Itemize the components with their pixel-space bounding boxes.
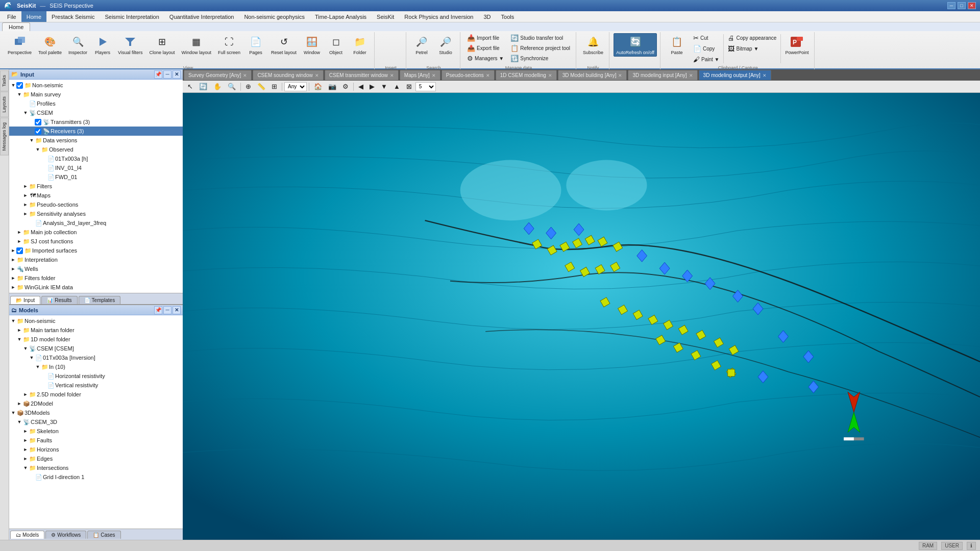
doc-tab-4[interactable]: Pseudo-sections✕ bbox=[442, 70, 495, 80]
tree-arrow[interactable]: ▼ bbox=[10, 409, 16, 417]
doc-tab-2[interactable]: CSEM transmitter window✕ bbox=[325, 70, 399, 80]
doc-tab-close-7[interactable]: ✕ bbox=[689, 73, 693, 78]
tree-item[interactable]: 📡Transmitters (3) bbox=[9, 117, 183, 127]
tree-item[interactable]: ►📁SJ cost functions bbox=[9, 237, 183, 246]
visual-filters-button[interactable]: Visual filters bbox=[115, 33, 145, 57]
tree-arrow[interactable]: ► bbox=[22, 455, 29, 463]
tree-arrow[interactable]: ► bbox=[22, 191, 29, 199]
tree-item[interactable]: ►📁2.5D model folder bbox=[9, 390, 183, 399]
tree-item[interactable]: ►📁Sensitivity analyses bbox=[9, 209, 183, 218]
inspector-button[interactable]: 🔍 Inspector bbox=[66, 33, 90, 57]
players-button[interactable]: Players bbox=[91, 33, 114, 57]
zoom-tool[interactable]: 🔍 bbox=[225, 82, 238, 92]
tree-arrow[interactable]: ▼ bbox=[16, 418, 22, 426]
view-btn-5[interactable]: ⊠ bbox=[404, 82, 414, 92]
doc-tab-1[interactable]: CSEM sounding window✕ bbox=[253, 70, 323, 80]
tree-checkbox[interactable] bbox=[16, 82, 23, 89]
input-tab-templates[interactable]: 📄Templates bbox=[79, 296, 121, 304]
tree-arrow[interactable]: ▼ bbox=[16, 90, 22, 98]
tree-item[interactable]: ►📁Pseudo-sections bbox=[9, 200, 183, 209]
snap-tool[interactable]: ⊞ bbox=[269, 82, 280, 92]
synchronize-button[interactable]: 🔃 Synchronize bbox=[508, 54, 573, 63]
tree-arrow[interactable]: ▼ bbox=[10, 81, 16, 89]
tree-arrow[interactable]: ▼ bbox=[10, 317, 16, 325]
tree-item[interactable]: ►📁Filters bbox=[9, 182, 183, 191]
doc-tab-close-8[interactable]: ✕ bbox=[763, 73, 767, 78]
tree-arrow[interactable]: ▼ bbox=[22, 344, 29, 353]
tree-item[interactable]: ▼📡CSEM bbox=[9, 108, 183, 117]
export-file-button[interactable]: 📤 Export file bbox=[464, 43, 506, 53]
3d-canvas[interactable] bbox=[183, 93, 980, 540]
sidebar-tab-tasks[interactable]: Tasks bbox=[0, 70, 9, 91]
import-file-button[interactable]: 📥 Import file bbox=[464, 33, 506, 43]
studio-transfer-button[interactable]: 🔄 Studio transfer tool bbox=[508, 33, 573, 43]
tree-arrow[interactable]: ► bbox=[22, 182, 29, 190]
menu-home[interactable]: Home bbox=[21, 11, 46, 22]
tree-item[interactable]: 📡Receivers (3) bbox=[9, 127, 183, 136]
tree-item[interactable]: ►🔩Wells bbox=[9, 264, 183, 273]
tree-item[interactable]: 📄Profiles bbox=[9, 99, 183, 108]
tree-arrow[interactable]: ► bbox=[10, 256, 16, 264]
tree-item[interactable]: ▼📁Non-seismic bbox=[9, 316, 183, 325]
menu-rockphysics[interactable]: Rock Physics and Inversion bbox=[399, 11, 478, 22]
cut-button[interactable]: ✂ Cut bbox=[691, 33, 722, 43]
doc-tab-8[interactable]: 3D modeling output [Any]✕ bbox=[699, 70, 771, 80]
models-panel-pin[interactable]: 📌 bbox=[154, 306, 162, 314]
tree-item[interactable]: 📄Grid I-direction 1 bbox=[9, 472, 183, 482]
tree-item[interactable]: ►📁Filters folder bbox=[9, 273, 183, 283]
sidebar-tab-messages[interactable]: Messages log bbox=[0, 118, 9, 156]
menu-timelapse[interactable]: Time-Lapse Analysis bbox=[310, 11, 372, 22]
doc-tab-close-4[interactable]: ✕ bbox=[486, 73, 490, 78]
doc-tab-close-6[interactable]: ✕ bbox=[618, 73, 622, 78]
full-screen-button[interactable]: ⛶ Full screen bbox=[215, 33, 243, 57]
tree-arrow[interactable]: ▼ bbox=[29, 136, 35, 144]
minimize-button[interactable]: ─ bbox=[947, 2, 955, 9]
tree-item[interactable]: ▼📁Observed bbox=[9, 145, 183, 154]
models-panel-minimize[interactable]: ─ bbox=[163, 306, 172, 314]
tree-item[interactable]: ►📁Main job collection bbox=[9, 228, 183, 237]
tree-arrow[interactable]: ▼ bbox=[29, 354, 35, 362]
tree-arrow[interactable]: ► bbox=[16, 326, 22, 334]
tree-arrow[interactable]: ► bbox=[22, 390, 29, 398]
tree-item[interactable]: ►📁Horizons bbox=[9, 445, 183, 454]
camera-btn[interactable]: 📷 bbox=[326, 82, 339, 92]
reference-project-button[interactable]: 📋 Reference project tool bbox=[508, 43, 573, 53]
cursor-tool[interactable]: ↖ bbox=[185, 82, 195, 92]
paint-button[interactable]: 🖌 Paint ▼ bbox=[691, 55, 722, 64]
info-badge[interactable]: ℹ bbox=[967, 542, 976, 550]
pan-tool[interactable]: ✋ bbox=[211, 82, 224, 92]
paste-button[interactable]: 📋 Paste bbox=[665, 33, 689, 57]
tree-arrow[interactable]: ► bbox=[22, 201, 29, 209]
tree-item[interactable]: ▼📁Main survey bbox=[9, 90, 183, 99]
tree-item[interactable]: ►📁WinGLink IEM data bbox=[9, 283, 183, 292]
view-btn-4[interactable]: ▲ bbox=[391, 82, 403, 92]
tree-item[interactable]: 📄01Tx003a [h] bbox=[9, 154, 183, 163]
models-tab-cases[interactable]: 📋Cases bbox=[87, 531, 120, 539]
tree-arrow[interactable]: ► bbox=[16, 399, 22, 408]
reset-layout-button[interactable]: ↺ Reset layout bbox=[268, 33, 299, 57]
tree-item[interactable]: ►🗺Maps bbox=[9, 191, 183, 200]
window-layout-button[interactable]: ▦ Window layout bbox=[179, 33, 214, 57]
settings-btn[interactable]: ⚙ bbox=[340, 82, 351, 92]
menu-3d[interactable]: 3D bbox=[478, 11, 496, 22]
menu-nonseismic[interactable]: Non-seismic geophysics bbox=[239, 11, 310, 22]
measure-tool[interactable]: 📏 bbox=[255, 82, 268, 92]
tree-checkbox[interactable] bbox=[35, 119, 41, 126]
tree-arrow[interactable]: ▼ bbox=[35, 363, 41, 371]
tree-item[interactable]: ►📁Main tartan folder bbox=[9, 325, 183, 335]
tree-item[interactable]: ►📁Edges bbox=[9, 454, 183, 463]
close-button[interactable]: ✕ bbox=[968, 2, 976, 9]
tree-arrow[interactable]: ► bbox=[16, 228, 22, 236]
tree-arrow[interactable]: ▼ bbox=[22, 464, 29, 472]
perspective-button[interactable]: Perspective bbox=[5, 33, 34, 57]
ribbon-tab-home[interactable]: Home bbox=[2, 22, 30, 31]
tree-arrow[interactable]: ► bbox=[10, 265, 16, 273]
tree-item[interactable]: ▼📁1D model folder bbox=[9, 335, 183, 344]
maximize-button[interactable]: □ bbox=[958, 2, 966, 9]
folder-button[interactable]: 📁 Folder bbox=[349, 33, 371, 57]
menu-tools[interactable]: Tools bbox=[496, 11, 520, 22]
input-tab-input[interactable]: 📂Input bbox=[10, 296, 40, 304]
powerpoint-button[interactable]: P PowerPoint bbox=[782, 33, 811, 57]
rotate-tool[interactable]: 🔄 bbox=[197, 82, 210, 92]
pick-tool[interactable]: ⊕ bbox=[243, 82, 254, 92]
